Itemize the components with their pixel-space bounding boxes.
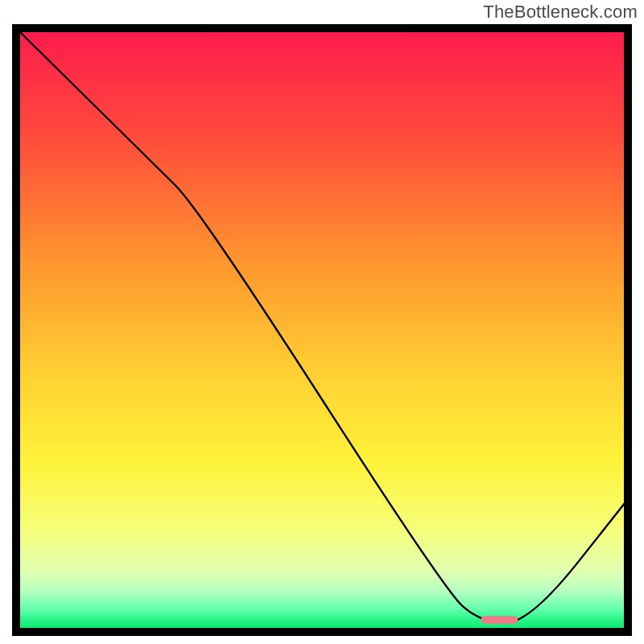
- attribution-label: TheBottleneck.com: [483, 2, 638, 23]
- chart-container: TheBottleneck.com: [0, 0, 644, 644]
- bottleneck-chart: [12, 24, 632, 636]
- optimal-marker: [481, 616, 518, 624]
- plot-area: [16, 28, 628, 632]
